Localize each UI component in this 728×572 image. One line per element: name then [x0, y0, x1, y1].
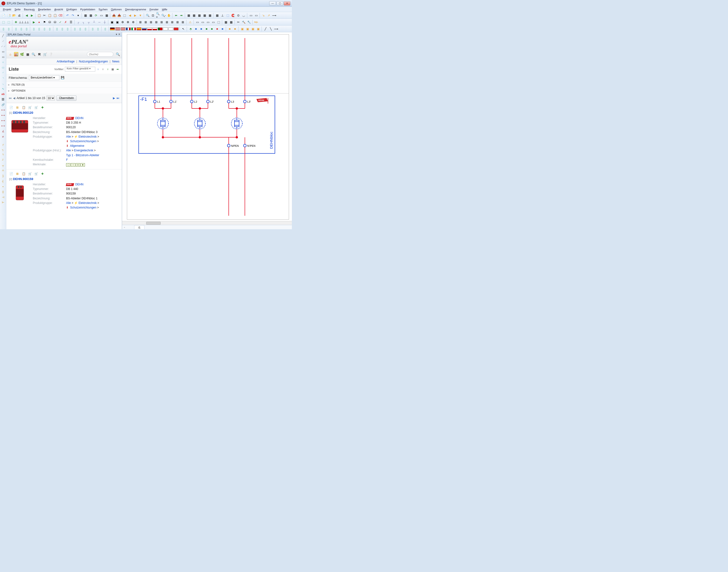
tb-paste-icon[interactable]: 📋: [47, 13, 52, 18]
tb3-w6-icon[interactable]: ■: [215, 26, 220, 31]
tb3-dev7-icon[interactable]: ▯: [37, 26, 42, 31]
tb-grid-icon[interactable]: ▦: [104, 13, 109, 18]
tb2-gear2-icon[interactable]: ⚙: [125, 20, 130, 24]
tb2-err-icon[interactable]: ✗: [63, 20, 68, 24]
vt-multi-icon[interactable]: ⟋⟋: [1, 44, 6, 49]
vt-dim6-icon[interactable]: ⌀: [1, 134, 6, 139]
maximize-button[interactable]: ▢: [277, 1, 283, 6]
item-cart2-icon[interactable]: 🛒: [34, 105, 38, 110]
tb-point-icon[interactable]: ⊙: [236, 13, 241, 18]
tb3-sel2-icon[interactable]: ▣: [245, 26, 250, 31]
vt-dim5-icon[interactable]: ∡: [1, 129, 6, 134]
panel-close-icon[interactable]: ✕: [118, 33, 120, 36]
tb2-table2-icon[interactable]: ▦: [229, 20, 234, 24]
tb3-w1-icon[interactable]: ⬘: [188, 26, 193, 31]
tb3-dev16-icon[interactable]: ▯: [90, 26, 95, 31]
tb-undo-icon[interactable]: ↶: [65, 13, 70, 18]
menu-optionen[interactable]: Optionen: [110, 7, 123, 11]
tb3-dev17-icon[interactable]: ▯: [96, 26, 100, 31]
item-cart1-icon[interactable]: 🛒: [28, 105, 32, 110]
tb3-line2-icon[interactable]: ╲: [268, 26, 273, 31]
pager-submit-button[interactable]: Übermitteln: [56, 95, 76, 101]
flag-jp-icon[interactable]: [163, 27, 168, 30]
vt-spline-icon[interactable]: ∿: [1, 86, 6, 91]
vt-dim4-icon[interactable]: ⟷: [1, 124, 6, 128]
tb-undolist-icon[interactable]: ▾: [76, 13, 80, 18]
vt-link-icon[interactable]: 🔗: [1, 102, 6, 107]
tb3-w5-icon[interactable]: ■: [209, 26, 214, 31]
tb3-dev15-icon[interactable]: ▯: [83, 26, 88, 31]
minimize-button[interactable]: —: [269, 1, 276, 6]
tb2-net1-icon[interactable]: ⊞: [138, 20, 143, 24]
item-code-link[interactable]: DEHN.900120: [13, 111, 33, 115]
tab-new-icon[interactable]: ▫: [122, 226, 127, 229]
menu-hilfe[interactable]: Hilfe: [161, 7, 169, 11]
link-nutzungsbedingungen[interactable]: Nutzungsbedingungen: [79, 60, 108, 63]
tb2-c3-icon[interactable]: ┬: [86, 20, 91, 24]
vt-img-icon[interactable]: 🖼: [1, 97, 6, 102]
tb2-c2-icon[interactable]: ┐: [81, 20, 86, 24]
filter-expander[interactable]: FILTER (3): [6, 81, 122, 87]
tb-connect3-icon[interactable]: ⟶: [271, 13, 277, 18]
tb3-dev14-icon[interactable]: ▯: [78, 26, 82, 31]
pager-first-icon[interactable]: ⏮: [9, 96, 12, 100]
tb-zoomfit-icon[interactable]: ⊡: [150, 13, 155, 18]
flag-es-icon[interactable]: [136, 27, 141, 30]
tb2-net7-icon[interactable]: ⊞: [170, 20, 175, 24]
tb-zoomout-icon[interactable]: 🔍-: [161, 13, 166, 18]
tb2-hammer-icon[interactable]: 🔨: [241, 20, 246, 24]
tb-ortho-icon[interactable]: ⊥: [220, 13, 225, 18]
tb-export-icon[interactable]: 📤: [111, 13, 116, 18]
tb2-sql-icon[interactable]: SQL: [254, 20, 258, 24]
tb3-w9-icon[interactable]: ■: [233, 26, 237, 31]
tb2-net6-icon[interactable]: ⊞: [165, 20, 169, 24]
link-artikelanfrage[interactable]: Artikelanfrage: [57, 60, 74, 63]
tb2-plc2-icon[interactable]: ▣: [115, 20, 120, 24]
tb2-add-icon[interactable]: ✚: [13, 20, 18, 24]
item-doc-icon[interactable]: 📄: [9, 105, 13, 110]
item-clip-icon[interactable]: 📋: [22, 105, 25, 110]
vt-poly-icon[interactable]: ⟋: [1, 39, 6, 44]
tb2-table-icon[interactable]: ▦: [223, 20, 228, 24]
tb2-wrench-icon[interactable]: 🔧: [247, 20, 251, 24]
vt-c4-icon[interactable]: ┘: [1, 158, 6, 162]
tb3-sel1-icon[interactable]: ▣: [240, 26, 245, 31]
item-tree-icon[interactable]: ⊞: [15, 105, 19, 110]
tb-import-icon[interactable]: 📥: [117, 13, 122, 18]
tb-right-icon[interactable]: ▶: [133, 13, 137, 18]
vt-dim1-icon[interactable]: ⟷: [1, 108, 6, 112]
tb-align-icon[interactable]: ⬚: [225, 13, 230, 18]
vt-ellipse-icon[interactable]: ⬭: [1, 65, 6, 70]
tree-icon[interactable]: 🌿: [20, 52, 24, 56]
tb-open-icon[interactable]: 📂: [12, 13, 16, 18]
tb3-w3-icon[interactable]: ■: [199, 26, 203, 31]
flag-it-icon[interactable]: [131, 27, 136, 30]
settings-icon[interactable]: 🛠: [37, 52, 42, 56]
panel-dropdown-icon[interactable]: ▾: [116, 33, 117, 36]
tb2-cab1-icon[interactable]: ▭: [195, 20, 200, 24]
tb2-net2-icon[interactable]: ⊞: [143, 20, 148, 24]
pager-prev-icon[interactable]: ◀: [13, 96, 15, 100]
flag-pl-icon[interactable]: [147, 27, 152, 30]
vt-dim3-icon[interactable]: ⟷: [1, 118, 6, 123]
menu-bauraum[interactable]: Bauraum: [22, 7, 36, 11]
tb2-ok-icon[interactable]: ✓: [58, 20, 63, 24]
flag-pt-icon[interactable]: [158, 27, 163, 30]
tb-clear-icon[interactable]: ⌫: [58, 13, 63, 18]
close-button[interactable]: ✕: [284, 1, 290, 6]
link-news[interactable]: News: [112, 60, 119, 63]
tb2-c6-icon[interactable]: ┼: [102, 20, 107, 24]
tb-navfwd-icon[interactable]: ➡: [179, 13, 184, 18]
tb-print-icon[interactable]: 🖨: [17, 13, 22, 18]
tb2-gear1-icon[interactable]: ⚙: [120, 20, 125, 24]
vt-c8-icon[interactable]: ┤: [1, 179, 6, 184]
tb-window-icon[interactable]: ▭: [99, 13, 104, 18]
filter-go-icon[interactable]: ➡: [116, 67, 119, 71]
item-add-icon[interactable]: ✚: [41, 105, 44, 110]
tb2-cab3-icon[interactable]: ▭: [205, 20, 210, 24]
vt-c11-icon[interactable]: ⊣: [1, 195, 6, 200]
manufacturer-link[interactable]: DEHN: [75, 117, 83, 120]
tb2-sym2-icon[interactable]: ⬚: [6, 20, 11, 24]
page-tab[interactable]: /1: [134, 225, 144, 229]
menu-suchen[interactable]: Suchen: [97, 7, 109, 11]
